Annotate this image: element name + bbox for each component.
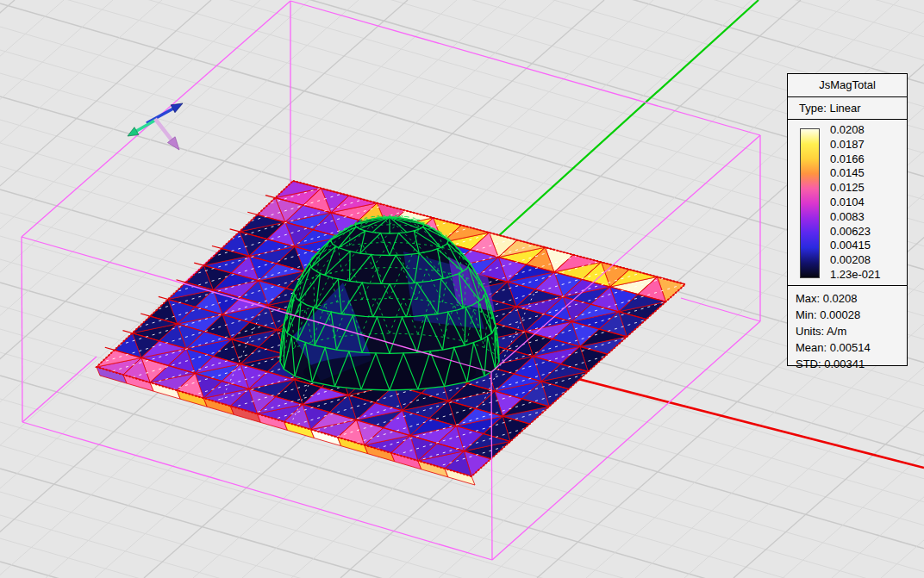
orientation-triad bbox=[128, 103, 183, 150]
legend-scale: 0.02080.01870.01660.01450.01250.01040.00… bbox=[788, 120, 907, 286]
colorbar-values: 0.02080.01870.01660.01450.01250.01040.00… bbox=[830, 123, 881, 282]
scale-value: 1.23e-021 bbox=[830, 268, 881, 282]
simulation-viewport-page: { "legend": { "title": "JsMagTotal", "ty… bbox=[0, 0, 924, 578]
y-axis-line bbox=[496, 0, 759, 239]
stat-line: Mean: 0.00514 bbox=[796, 339, 907, 356]
scale-value: 0.00623 bbox=[830, 225, 881, 239]
scale-value: 0.00208 bbox=[830, 253, 881, 267]
stat-line: STD: 0.00341 bbox=[796, 356, 907, 372]
legend-panel[interactable]: JsMagTotal Type: Linear 0.02080.01870.01… bbox=[787, 73, 908, 366]
scale-value: 0.0208 bbox=[830, 123, 881, 137]
scale-value: 0.0125 bbox=[830, 181, 881, 195]
viewport-3d[interactable] bbox=[0, 0, 924, 578]
stat-line: Units: A/m bbox=[796, 323, 907, 339]
legend-title: JsMagTotal bbox=[788, 74, 907, 97]
x-axis-line bbox=[552, 372, 924, 468]
legend-stats: Max: 0.0208Min: 0.00028Units: A/mMean: 0… bbox=[788, 286, 907, 372]
scale-value: 0.0166 bbox=[830, 152, 881, 166]
scale-value: 0.00415 bbox=[830, 239, 881, 252]
scale-value: 0.0104 bbox=[830, 196, 881, 209]
colorbar bbox=[800, 128, 820, 278]
triad-y-arrow-icon bbox=[128, 120, 156, 136]
stat-line: Min: 0.00028 bbox=[796, 307, 907, 323]
scale-value: 0.0187 bbox=[830, 138, 881, 152]
legend-type: Type: Linear bbox=[788, 97, 907, 120]
scale-value: 0.0083 bbox=[830, 210, 881, 224]
stat-line: Max: 0.0208 bbox=[796, 290, 907, 307]
scale-value: 0.0145 bbox=[830, 166, 881, 180]
